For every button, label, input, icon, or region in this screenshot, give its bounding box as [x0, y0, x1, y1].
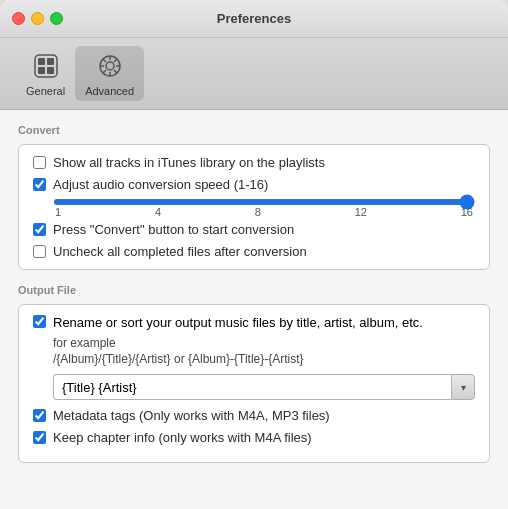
slider-wrapper: 1 4 8 12 16	[53, 199, 475, 218]
chapter-label[interactable]: Keep chapter info (only works with M4A f…	[53, 430, 312, 445]
svg-rect-3	[38, 67, 45, 74]
preferences-window: Preferences General	[0, 0, 508, 509]
toolbar: General Advanced	[0, 38, 508, 110]
output-section: Output File Rename or sort your output m…	[18, 284, 490, 463]
show-all-tracks-label[interactable]: Show all tracks in iTunes library on the…	[53, 155, 325, 170]
chevron-down-icon: ▾	[461, 382, 466, 393]
svg-line-11	[103, 59, 106, 62]
chapter-checkbox[interactable]	[33, 431, 46, 444]
example-block: for example /{Album}/{Title}/{Artist} or…	[53, 336, 475, 366]
tick-1: 1	[55, 206, 61, 218]
adjust-audio-label[interactable]: Adjust audio conversion speed (1-16)	[53, 177, 268, 192]
svg-point-6	[106, 62, 114, 70]
speed-slider-container: 1 4 8 12 16	[53, 199, 475, 218]
rename-row: Rename or sort your output music files b…	[33, 315, 475, 330]
maximize-button[interactable]	[50, 12, 63, 25]
convert-section-box: Show all tracks in iTunes library on the…	[18, 144, 490, 270]
minimize-button[interactable]	[31, 12, 44, 25]
uncheck-completed-checkbox[interactable]	[33, 245, 46, 258]
press-convert-checkbox[interactable]	[33, 223, 46, 236]
uncheck-completed-row: Uncheck all completed files after conver…	[33, 244, 475, 259]
convert-section: Convert Show all tracks in iTunes librar…	[18, 124, 490, 270]
metadata-checkbox[interactable]	[33, 409, 46, 422]
press-convert-row: Press "Convert" button to start conversi…	[33, 222, 475, 237]
adjust-audio-row: Adjust audio conversion speed (1-16)	[33, 177, 475, 192]
example-format: /{Album}/{Title}/{Artist} or {Album}-{Ti…	[53, 352, 475, 366]
show-all-tracks-row: Show all tracks in iTunes library on the…	[33, 155, 475, 170]
metadata-row: Metadata tags (Only works with M4A, MP3 …	[33, 408, 475, 423]
format-input[interactable]	[53, 374, 451, 400]
traffic-lights	[12, 12, 63, 25]
close-button[interactable]	[12, 12, 25, 25]
example-label: for example	[53, 336, 475, 350]
adjust-audio-checkbox[interactable]	[33, 178, 46, 191]
svg-rect-4	[47, 67, 54, 74]
svg-rect-2	[47, 58, 54, 65]
tick-8: 8	[255, 206, 261, 218]
format-input-row: ▾	[53, 374, 475, 400]
convert-section-title: Convert	[18, 124, 490, 136]
svg-line-13	[114, 59, 117, 62]
toolbar-general[interactable]: General	[16, 46, 75, 101]
titlebar: Preferences	[0, 0, 508, 38]
content-area: Convert Show all tracks in iTunes librar…	[0, 110, 508, 509]
show-all-tracks-checkbox[interactable]	[33, 156, 46, 169]
format-dropdown-button[interactable]: ▾	[451, 374, 475, 400]
toolbar-advanced[interactable]: Advanced	[75, 46, 144, 101]
chapter-row: Keep chapter info (only works with M4A f…	[33, 430, 475, 445]
tick-4: 4	[155, 206, 161, 218]
tick-16: 16	[461, 206, 473, 218]
window-title: Preferences	[217, 11, 291, 26]
bottom-checkboxes: Metadata tags (Only works with M4A, MP3 …	[33, 408, 475, 445]
slider-ticks: 1 4 8 12 16	[53, 206, 475, 218]
press-convert-label[interactable]: Press "Convert" button to start conversi…	[53, 222, 294, 237]
metadata-label[interactable]: Metadata tags (Only works with M4A, MP3 …	[53, 408, 330, 423]
output-section-box: Rename or sort your output music files b…	[18, 304, 490, 463]
rename-label[interactable]: Rename or sort your output music files b…	[53, 315, 423, 330]
svg-line-12	[114, 70, 117, 73]
tick-12: 12	[355, 206, 367, 218]
svg-line-14	[103, 70, 106, 73]
general-icon	[30, 50, 62, 82]
general-label: General	[26, 85, 65, 97]
output-section-title: Output File	[18, 284, 490, 296]
speed-slider[interactable]	[53, 199, 475, 205]
rename-checkbox[interactable]	[33, 315, 46, 328]
uncheck-completed-label[interactable]: Uncheck all completed files after conver…	[53, 244, 307, 259]
advanced-label: Advanced	[85, 85, 134, 97]
advanced-icon	[94, 50, 126, 82]
svg-rect-1	[38, 58, 45, 65]
